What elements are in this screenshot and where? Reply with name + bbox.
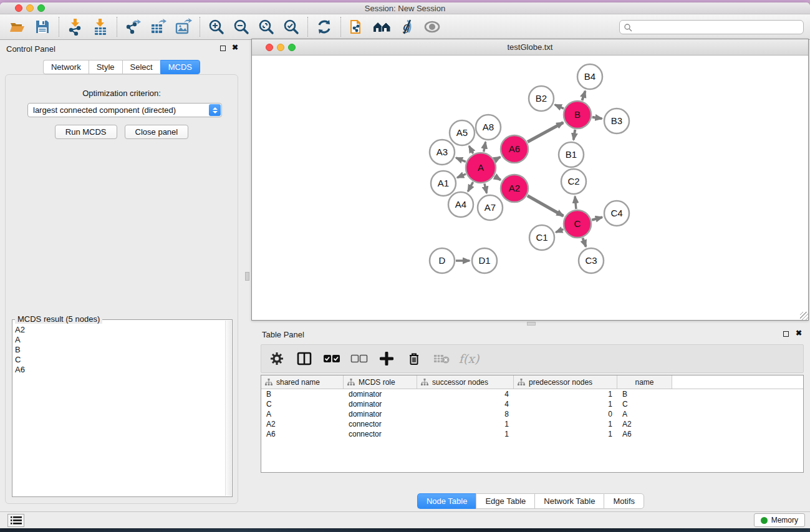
- show-graphics-details-button[interactable]: [420, 16, 445, 38]
- edge-A-A4[interactable]: [468, 182, 473, 191]
- table-row[interactable]: Adominator80A: [261, 409, 803, 419]
- result-item[interactable]: C: [15, 355, 229, 365]
- tab-network-table[interactable]: Network Table: [534, 493, 604, 509]
- show-columns-button[interactable]: [295, 349, 314, 369]
- table-row[interactable]: A6connector11A6: [261, 429, 803, 439]
- table-row[interactable]: Cdominator41C: [261, 399, 803, 409]
- node-B[interactable]: B: [564, 101, 591, 128]
- edge-A-A7[interactable]: [485, 183, 487, 193]
- tab-motifs[interactable]: Motifs: [604, 493, 644, 509]
- node-A8[interactable]: A8: [476, 115, 501, 140]
- table-cell[interactable]: A6: [617, 429, 672, 439]
- node-C4[interactable]: C4: [604, 201, 629, 226]
- task-history-button[interactable]: [7, 514, 24, 527]
- edge-B-B2[interactable]: [555, 105, 564, 109]
- close-table-panel-icon[interactable]: ✖: [796, 329, 802, 337]
- table-cell[interactable]: dominator: [344, 409, 417, 419]
- resize-gripper-icon[interactable]: [800, 312, 808, 320]
- table-cell[interactable]: 8: [417, 409, 514, 419]
- import-network-button[interactable]: [63, 16, 88, 38]
- edge-B-B1[interactable]: [574, 130, 576, 140]
- node-B4[interactable]: B4: [577, 64, 602, 89]
- delete-table-button[interactable]: [432, 349, 451, 369]
- node-B1[interactable]: B1: [559, 142, 584, 167]
- column-header-successor-nodes[interactable]: successor nodes: [417, 375, 514, 389]
- table-cell[interactable]: 0: [514, 409, 617, 419]
- import-table-button[interactable]: [88, 16, 113, 38]
- table-cell[interactable]: connector: [344, 419, 417, 429]
- network-canvas[interactable]: A5A8A3A6AA1A2A4A7B2B4BB3B1C2CC4C1C3DD1: [252, 56, 808, 320]
- table-cell[interactable]: A: [261, 409, 344, 419]
- node-C1[interactable]: C1: [529, 225, 554, 250]
- window-titlebar[interactable]: Session: New Session: [0, 2, 810, 14]
- edge-A-A8[interactable]: [484, 142, 486, 152]
- edge-B-B4[interactable]: [582, 91, 585, 100]
- search-field[interactable]: [619, 20, 804, 34]
- edge-B-B3[interactable]: [592, 117, 602, 118]
- node-A7[interactable]: A7: [478, 195, 503, 220]
- table-cell[interactable]: 4: [417, 399, 514, 409]
- node-C[interactable]: C: [564, 210, 591, 238]
- toggle-gene-view-button[interactable]: g: [395, 16, 420, 38]
- tab-style[interactable]: Style: [89, 60, 122, 74]
- tab-node-table[interactable]: Node Table: [417, 493, 476, 509]
- node-A3[interactable]: A3: [430, 140, 455, 165]
- edge-A-A1[interactable]: [457, 174, 466, 178]
- tab-network[interactable]: Network: [43, 60, 89, 74]
- edge-A6-B[interactable]: [528, 122, 563, 142]
- tab-mcds[interactable]: MCDS: [160, 60, 200, 74]
- table-row[interactable]: A2connector11A2: [261, 419, 803, 429]
- node-A4[interactable]: A4: [448, 192, 473, 217]
- add-column-button[interactable]: [377, 349, 396, 369]
- export-image-button[interactable]: [171, 16, 196, 38]
- table-cell[interactable]: 1: [514, 389, 617, 399]
- node-A2[interactable]: A2: [501, 175, 528, 202]
- open-browser-button[interactable]: [370, 16, 395, 38]
- node-A6[interactable]: A6: [501, 135, 528, 163]
- delete-column-button[interactable]: [405, 349, 423, 369]
- tab-select[interactable]: Select: [122, 60, 160, 74]
- edge-A-A2[interactable]: [494, 177, 501, 180]
- zoom-out-button[interactable]: [229, 16, 254, 38]
- criterion-dropdown[interactable]: largest connected component (directed): [27, 103, 222, 117]
- table-cell[interactable]: 1: [514, 419, 617, 429]
- table-cell[interactable]: 1: [417, 429, 514, 439]
- node-A1[interactable]: A1: [431, 171, 456, 196]
- node-D1[interactable]: D1: [472, 248, 497, 273]
- edge-C-C4[interactable]: [592, 217, 602, 220]
- table-cell[interactable]: A: [617, 409, 672, 419]
- table-cell[interactable]: B: [261, 389, 344, 399]
- mcds-result-list[interactable]: A2ABCA6: [12, 320, 232, 375]
- column-header-MCDS-role[interactable]: MCDS role: [344, 375, 417, 389]
- column-header-name[interactable]: name: [617, 375, 672, 389]
- zoom-fit-button[interactable]: [254, 16, 279, 38]
- edge-A-A6[interactable]: [495, 157, 501, 160]
- column-header-predecessor-nodes[interactable]: predecessor nodes: [514, 375, 617, 389]
- deselect-all-checkboxes-button[interactable]: [350, 349, 369, 369]
- node-A5[interactable]: A5: [450, 120, 475, 145]
- select-all-checkboxes-button[interactable]: [322, 349, 341, 369]
- search-input[interactable]: [632, 22, 803, 33]
- vertical-splitter-grip[interactable]: [245, 272, 249, 281]
- edge-C-C1[interactable]: [556, 230, 563, 233]
- zoom-in-button[interactable]: [204, 16, 229, 38]
- tab-edge-table[interactable]: Edge Table: [476, 493, 534, 509]
- node-table[interactable]: shared nameMCDS rolesuccessor nodesprede…: [261, 375, 804, 473]
- network-window-titlebar[interactable]: testGlobe.txt: [252, 39, 808, 56]
- run-mcds-button[interactable]: Run MCDS: [55, 125, 117, 139]
- zoom-selected-button[interactable]: [279, 16, 304, 38]
- node-A[interactable]: A: [466, 153, 496, 183]
- result-scrollbar[interactable]: [225, 321, 231, 496]
- network-from-selection-button[interactable]: [345, 16, 370, 38]
- table-row[interactable]: Bdominator41B: [261, 389, 803, 399]
- table-cell[interactable]: dominator: [344, 399, 417, 409]
- table-options-button[interactable]: [268, 349, 286, 369]
- result-item[interactable]: A2: [15, 325, 229, 335]
- table-cell[interactable]: 1: [417, 419, 514, 429]
- close-panel-icon[interactable]: ✖: [232, 43, 238, 52]
- edge-C-C2[interactable]: [575, 196, 576, 209]
- node-C3[interactable]: C3: [579, 248, 604, 273]
- edge-C-C3[interactable]: [582, 238, 586, 246]
- table-cell[interactable]: C: [261, 399, 344, 409]
- table-cell[interactable]: 1: [514, 429, 617, 439]
